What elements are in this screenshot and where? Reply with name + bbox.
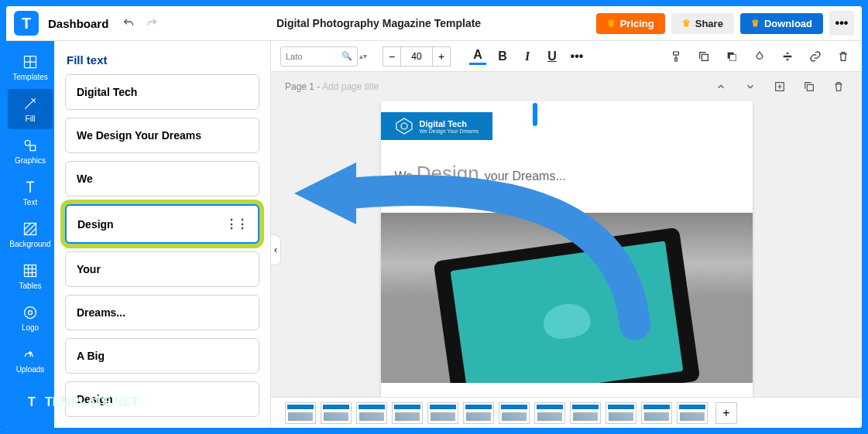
fill-list: Digital TechWe Design Your DreamsWeDesig… xyxy=(54,74,270,428)
topbar: T Dashboard Digital Photography Magazine… xyxy=(6,6,862,41)
rail-fill[interactable]: Fill xyxy=(8,89,53,129)
bold-button[interactable]: B xyxy=(494,48,511,65)
headline[interactable]: We Design your Dreams... A Big Design So… xyxy=(395,162,753,200)
svg-rect-15 xyxy=(729,54,736,60)
text-color-button[interactable]: A xyxy=(469,48,486,65)
svg-point-11 xyxy=(25,306,36,318)
page-up-icon[interactable] xyxy=(712,77,730,96)
size-value[interactable]: 40 xyxy=(401,46,432,67)
size-minus[interactable]: − xyxy=(383,46,401,67)
delete-page-icon[interactable] xyxy=(829,77,848,96)
duplicate-page-icon[interactable] xyxy=(800,77,818,96)
page-thumb[interactable] xyxy=(677,402,708,424)
page-thumb[interactable] xyxy=(321,402,352,424)
document-title: Digital Photography Magazine Template xyxy=(161,17,595,29)
panel-title: Fill text xyxy=(54,41,270,74)
page-down-icon[interactable] xyxy=(741,77,760,96)
undo-button[interactable] xyxy=(119,14,138,32)
crown-icon: ♛ xyxy=(751,18,760,29)
brand-subtitle: We Design Your Dreams xyxy=(420,128,479,134)
fill-item[interactable]: A Big xyxy=(65,338,259,374)
fill-item[interactable]: Dreams... xyxy=(65,295,259,330)
rail-uploads[interactable]: Uploads xyxy=(8,340,53,380)
text-more-button[interactable]: ••• xyxy=(568,48,585,65)
svg-point-3 xyxy=(25,140,30,145)
fill-item[interactable]: Design⋮⋮ xyxy=(65,204,259,244)
page-thumbnails: + xyxy=(271,397,862,428)
crown-icon: ♛ xyxy=(682,18,691,29)
share-button[interactable]: ♛Share xyxy=(671,13,734,34)
page-thumb[interactable] xyxy=(285,402,316,424)
page[interactable]: Digital Tech We Design Your Dreams We De… xyxy=(381,101,753,397)
rail-tables[interactable]: Tables xyxy=(8,256,53,296)
dashboard-link[interactable]: Dashboard xyxy=(48,17,108,30)
brand-badge[interactable]: Digital Tech We Design Your Dreams xyxy=(381,112,493,140)
svg-rect-17 xyxy=(807,84,813,91)
position-icon[interactable] xyxy=(778,47,797,66)
fill-item[interactable]: Your xyxy=(65,251,259,287)
add-page-thumb[interactable]: + xyxy=(715,402,737,424)
watermark: TTEMPLATE.NET xyxy=(23,394,139,411)
rail-logo[interactable]: Logo xyxy=(8,298,53,338)
svg-point-12 xyxy=(29,310,33,314)
italic-button[interactable]: I xyxy=(519,48,536,65)
page-thumb[interactable] xyxy=(534,402,565,424)
svg-rect-6 xyxy=(25,265,36,276)
search-icon: 🔍 xyxy=(341,51,352,61)
delete-icon[interactable] xyxy=(834,47,853,66)
format-paint-icon[interactable] xyxy=(667,47,685,66)
tablet-graphic xyxy=(433,227,700,383)
svg-rect-4 xyxy=(30,145,36,151)
page-thumb[interactable] xyxy=(463,402,494,424)
more-button[interactable]: ••• xyxy=(829,11,854,36)
font-select[interactable]: Lato🔍 xyxy=(280,46,358,67)
page-thumb[interactable] xyxy=(606,402,636,424)
page-label: Page 1 - Add page title xyxy=(285,81,379,92)
rail-text[interactable]: Text xyxy=(8,173,53,213)
download-button[interactable]: ♛Download xyxy=(740,13,823,34)
fill-item[interactable]: We xyxy=(65,161,259,196)
rail-templates[interactable]: Templates xyxy=(8,47,53,87)
rail-graphics[interactable]: Graphics xyxy=(8,131,53,171)
layers-icon[interactable] xyxy=(722,47,741,66)
font-stepper-icon[interactable]: ▴▾ xyxy=(359,53,367,59)
brand-logo-icon xyxy=(395,117,413,135)
underline-button[interactable]: U xyxy=(544,48,561,65)
fill-panel: Fill text Digital TechWe Design Your Dre… xyxy=(54,41,271,428)
canvas[interactable]: Digital Tech We Design Your Dreams We De… xyxy=(271,101,862,397)
droplet-icon[interactable] xyxy=(750,47,769,66)
pricing-button[interactable]: ♛Pricing xyxy=(596,13,665,34)
page-thumb[interactable] xyxy=(392,402,423,424)
page-thumb[interactable] xyxy=(570,402,601,424)
tool-rail: Templates Fill Graphics Text Background … xyxy=(6,41,54,428)
page-title-input[interactable]: Add page title xyxy=(322,81,379,92)
hero-photo[interactable] xyxy=(381,213,753,383)
svg-point-19 xyxy=(401,123,407,129)
fill-item[interactable]: Digital Tech xyxy=(65,74,259,110)
link-icon[interactable] xyxy=(806,47,825,66)
scroll-indicator[interactable] xyxy=(533,103,537,126)
drag-handle-icon[interactable]: ⋮⋮ xyxy=(225,217,247,231)
add-page-icon[interactable] xyxy=(770,77,789,96)
page-thumb[interactable] xyxy=(356,402,387,424)
redo-button[interactable] xyxy=(142,14,161,32)
fill-item[interactable]: We Design Your Dreams xyxy=(65,118,259,153)
page-thumb[interactable] xyxy=(499,402,530,424)
copy-icon[interactable] xyxy=(695,47,713,66)
svg-rect-13 xyxy=(702,54,708,60)
text-toolbar: Lato🔍 ▴▾ − 40 + A B I U ••• xyxy=(271,41,862,72)
collapse-panel-button[interactable]: ‹ xyxy=(270,234,281,265)
page-strip: Page 1 - Add page title xyxy=(271,72,862,101)
rail-background[interactable]: Background xyxy=(8,214,53,255)
page-thumb[interactable] xyxy=(427,402,458,424)
cloud-icon xyxy=(541,301,592,341)
size-plus[interactable]: + xyxy=(432,46,451,67)
page-thumb[interactable] xyxy=(641,402,672,424)
app-logo[interactable]: T xyxy=(14,11,39,36)
brand-title: Digital Tech xyxy=(420,119,479,128)
canvas-area: Lato🔍 ▴▾ − 40 + A B I U ••• xyxy=(271,41,862,428)
crown-icon: ♛ xyxy=(607,18,616,29)
svg-marker-18 xyxy=(396,118,412,134)
